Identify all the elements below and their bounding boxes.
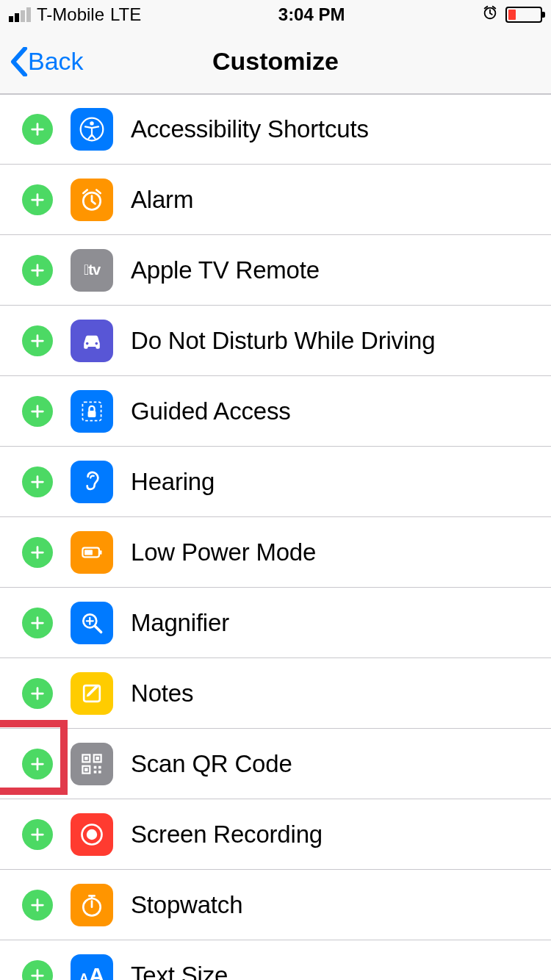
row-label: Hearing — [131, 468, 215, 496]
add-button[interactable] — [22, 678, 53, 709]
row-label: Notes — [131, 680, 193, 707]
battery-icon — [505, 7, 542, 23]
plus-icon — [29, 333, 46, 349]
row-label: Accessibility Shortcuts — [131, 115, 369, 143]
ear-icon — [71, 461, 113, 503]
row-label: Apple TV Remote — [131, 256, 320, 284]
appletv-icon: tv — [71, 249, 113, 292]
row-label: Alarm — [131, 186, 193, 214]
plus-icon — [29, 403, 46, 419]
row-label: Low Power Mode — [131, 538, 316, 566]
plus-icon — [29, 685, 46, 702]
add-button[interactable] — [22, 749, 53, 779]
alarm-indicator-icon — [482, 4, 498, 25]
status-right — [482, 4, 542, 25]
add-button[interactable] — [22, 890, 53, 920]
row-magnifier[interactable]: Magnifier — [0, 588, 551, 658]
row-apple-tv-remote[interactable]: tvApple TV Remote — [0, 235, 551, 306]
controls-list: Accessibility ShortcutsAlarmtvApple TV … — [0, 94, 551, 980]
accessibility-icon — [71, 108, 113, 151]
plus-icon — [29, 615, 46, 631]
back-button[interactable]: Back — [0, 47, 84, 76]
back-label: Back — [28, 47, 84, 76]
row-scan-qr-code[interactable]: Scan QR Code — [0, 729, 551, 799]
add-button[interactable] — [22, 325, 53, 356]
qr-icon — [71, 743, 113, 785]
plus-icon — [29, 474, 46, 490]
add-button[interactable] — [22, 396, 53, 427]
row-low-power-mode[interactable]: Low Power Mode — [0, 517, 551, 588]
plus-icon — [29, 756, 46, 772]
add-button[interactable] — [22, 114, 53, 145]
row-accessibility-shortcuts[interactable]: Accessibility Shortcuts — [0, 94, 551, 165]
plus-icon — [29, 897, 46, 913]
row-guided-access[interactable]: Guided Access — [0, 376, 551, 447]
status-left: T-Mobile LTE — [9, 4, 141, 25]
car-icon — [71, 320, 113, 362]
row-label: Text Size — [131, 962, 228, 981]
add-button[interactable] — [22, 537, 53, 568]
row-screen-recording[interactable]: Screen Recording — [0, 799, 551, 870]
row-label: Do Not Disturb While Driving — [131, 327, 435, 355]
chevron-left-icon — [10, 47, 28, 76]
textsize-icon: AA — [71, 954, 113, 981]
status-bar: T-Mobile LTE 3:04 PM — [0, 0, 551, 29]
record-icon — [71, 813, 113, 856]
add-button[interactable] — [22, 184, 53, 215]
lock-dashed-icon — [71, 390, 113, 433]
alarm-icon — [71, 179, 113, 221]
plus-icon — [29, 968, 46, 981]
plus-icon — [29, 192, 46, 208]
plus-icon — [29, 826, 46, 843]
notes-icon — [71, 672, 113, 715]
clock-label: 3:04 PM — [141, 4, 482, 25]
carrier-label: T-Mobile — [37, 4, 104, 25]
row-notes[interactable]: Notes — [0, 658, 551, 729]
row-hearing[interactable]: Hearing — [0, 447, 551, 517]
row-label: Magnifier — [131, 609, 229, 637]
plus-icon — [29, 544, 46, 561]
row-label: Stopwatch — [131, 891, 242, 919]
add-button[interactable] — [22, 960, 53, 981]
stopwatch-icon — [71, 884, 113, 926]
plus-icon — [29, 262, 46, 278]
row-text-size[interactable]: AAText Size — [0, 940, 551, 980]
row-stopwatch[interactable]: Stopwatch — [0, 870, 551, 940]
row-dnd-driving[interactable]: Do Not Disturb While Driving — [0, 306, 551, 376]
row-label: Scan QR Code — [131, 750, 292, 778]
plus-icon — [29, 121, 46, 137]
add-button[interactable] — [22, 819, 53, 850]
row-label: Screen Recording — [131, 821, 323, 849]
row-label: Guided Access — [131, 397, 291, 425]
nav-bar: Back Customize — [0, 29, 551, 94]
row-alarm[interactable]: Alarm — [0, 165, 551, 235]
add-button[interactable] — [22, 255, 53, 286]
magnifier-icon — [71, 602, 113, 644]
battery-icon — [71, 531, 113, 574]
add-button[interactable] — [22, 608, 53, 638]
signal-icon — [9, 7, 31, 22]
add-button[interactable] — [22, 466, 53, 497]
network-label: LTE — [110, 4, 141, 25]
